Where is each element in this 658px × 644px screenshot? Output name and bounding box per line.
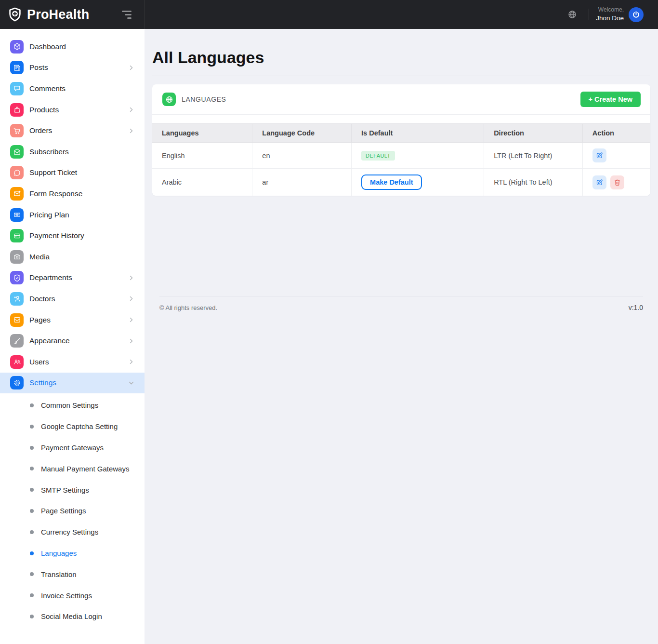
submenu-item-invoice-settings[interactable]: Invoice Settings: [0, 585, 145, 606]
camera-icon: [10, 250, 24, 264]
submenu-item-manual-payment-gateways[interactable]: Manual Payment Gateways: [0, 458, 145, 479]
table-row-arabic: Arabic ar Make Default RTL (Right To Lef…: [152, 169, 650, 196]
shield-check-icon: [10, 271, 24, 284]
globe-icon: [162, 93, 176, 106]
avatar[interactable]: [629, 7, 644, 22]
languages-card: LANGUAGES + Create New Languages Languag…: [152, 84, 650, 196]
sidebar-item-label: Form Response: [29, 189, 82, 198]
sidebar-item-appearance[interactable]: Appearance: [0, 330, 145, 351]
edit-button[interactable]: [592, 148, 606, 162]
chat-round-icon: [10, 166, 24, 179]
bullet-icon: [30, 425, 34, 429]
sidebar: Dashboard Posts Comments Products Orders…: [0, 29, 145, 644]
language-cell: Arabic: [152, 169, 252, 196]
sidebar-item-orders[interactable]: Orders: [0, 120, 145, 141]
user-name: Jhon Doe: [596, 14, 624, 23]
languages-table: Languages Language Code Is Default Direc…: [152, 123, 650, 196]
sidebar-item-pages[interactable]: Pages: [0, 309, 145, 331]
delete-button[interactable]: [610, 175, 624, 189]
sidebar-item-support-ticket[interactable]: Support Ticket: [0, 162, 145, 184]
sidebar-item-pricing-plan[interactable]: Pricing Plan: [0, 204, 145, 226]
mail-dot-icon: [10, 187, 24, 201]
sidebar-collapse-icon[interactable]: [122, 11, 132, 19]
direction-cell: LTR (Left To Right): [484, 143, 583, 169]
gear-icon: [10, 376, 24, 389]
submenu-item-translation[interactable]: Translation: [0, 564, 145, 585]
sidebar-item-form-response[interactable]: Form Response: [0, 183, 145, 204]
prohealth-shield-icon: [7, 7, 23, 22]
create-new-button[interactable]: + Create New: [580, 92, 641, 107]
submenu-item-label: Languages: [41, 549, 77, 557]
shopping-cart-icon: [10, 124, 24, 137]
shopping-bag-icon: [10, 103, 24, 117]
sidebar-item-label: Dashboard: [29, 42, 66, 51]
language-code-cell: ar: [252, 169, 352, 196]
submenu-item-payment-gateways[interactable]: Payment Gateways: [0, 437, 145, 458]
topbar-divider: [589, 9, 589, 20]
sidebar-item-users[interactable]: Users: [0, 351, 145, 373]
chevron-right-icon: [128, 127, 135, 134]
column-header-direction: Direction: [484, 124, 583, 143]
direction-cell: RTL (Right To Left): [484, 169, 583, 196]
credit-card-icon: [10, 229, 24, 242]
language-code-cell: en: [252, 143, 352, 169]
submenu-item-label: Common Settings: [41, 401, 98, 409]
sidebar-item-products[interactable]: Products: [0, 99, 145, 121]
bullet-icon: [30, 551, 34, 555]
submenu-item-social-media-login[interactable]: Social Media Login: [0, 606, 145, 627]
make-default-button[interactable]: Make Default: [361, 174, 421, 190]
submenu-item-smtp-settings[interactable]: SMTP Settings: [0, 479, 145, 500]
sidebar-item-posts[interactable]: Posts: [0, 57, 145, 79]
chevron-right-icon: [128, 358, 135, 365]
chat-bubble-icon: [10, 82, 24, 95]
submenu-item-languages[interactable]: Languages: [0, 543, 145, 564]
submenu-item-page-settings[interactable]: Page Settings: [0, 500, 145, 522]
edit-button[interactable]: [592, 175, 606, 189]
copyright-text: © All rights reserved.: [159, 304, 217, 311]
bullet-icon: [30, 488, 34, 492]
sidebar-item-label: Appearance: [29, 336, 70, 345]
sidebar-item-payment-history[interactable]: Payment History: [0, 225, 145, 246]
submenu-item-google-captcha-setting[interactable]: Google Captcha Setting: [0, 416, 145, 437]
sidebar-item-settings[interactable]: Settings: [0, 373, 145, 394]
submenu-item-label: Translation: [41, 570, 77, 578]
submenu-item-label: SMTP Settings: [41, 486, 89, 494]
user-plus-icon: [10, 292, 24, 306]
sidebar-item-subscribers[interactable]: Subscribers: [0, 141, 145, 162]
sidebar-item-doctors[interactable]: Doctors: [0, 288, 145, 309]
users-icon: [10, 355, 24, 369]
submenu-item-common-settings[interactable]: Common Settings: [0, 395, 145, 416]
edit-icon: [596, 179, 603, 186]
newspaper-icon: [10, 61, 24, 74]
page-footer: © All rights reserved. v:1.0: [159, 296, 643, 311]
sidebar-item-label: Support Ticket: [29, 168, 77, 177]
submenu-item-label: Page Settings: [41, 507, 86, 515]
submenu-item-currency-settings[interactable]: Currency Settings: [0, 522, 145, 543]
submenu-item-label: Currency Settings: [41, 528, 98, 536]
welcome-label: Welcome,: [596, 6, 624, 14]
banknote-icon: [10, 208, 24, 222]
sidebar-item-dashboard[interactable]: Dashboard: [0, 36, 145, 57]
version-text: v:1.0: [629, 304, 643, 311]
action-cell: [582, 169, 650, 196]
globe-icon[interactable]: [567, 10, 577, 19]
card-title: LANGUAGES: [182, 95, 226, 103]
table-header-row: Languages Language Code Is Default Direc…: [152, 124, 650, 143]
brand-area: ProHealth: [0, 0, 145, 29]
bullet-icon: [30, 467, 34, 470]
sidebar-item-departments[interactable]: Departments: [0, 268, 145, 289]
chevron-right-icon: [128, 295, 135, 302]
card-body: Languages Language Code Is Default Direc…: [152, 115, 650, 196]
page-title: All Languages: [152, 48, 650, 67]
chevron-right-icon: [128, 274, 135, 282]
welcome-block: Welcome, Jhon Doe: [596, 6, 624, 22]
sidebar-item-media[interactable]: Media: [0, 246, 145, 268]
column-header-languages: Languages: [152, 124, 252, 143]
submenu-item-label: Google Captcha Setting: [41, 422, 118, 430]
sidebar-item-comments[interactable]: Comments: [0, 78, 145, 99]
settings-submenu: Common Settings Google Captcha Setting P…: [0, 393, 145, 627]
sidebar-item-label: Departments: [29, 273, 72, 282]
chevron-right-icon: [128, 337, 135, 345]
topbar-right: Welcome, Jhon Doe: [145, 0, 658, 29]
bullet-icon: [30, 446, 34, 450]
